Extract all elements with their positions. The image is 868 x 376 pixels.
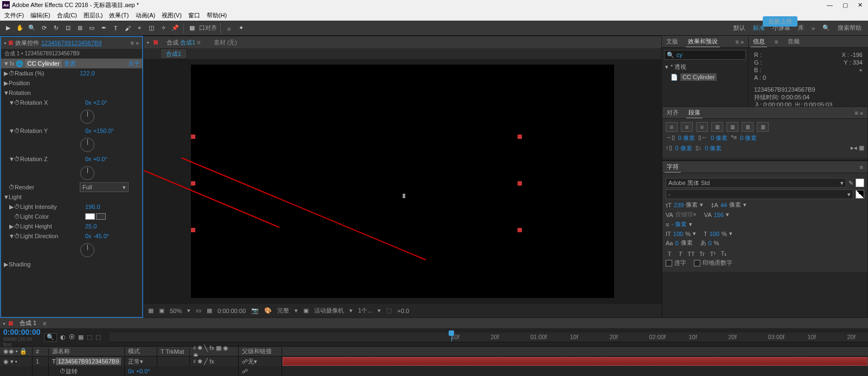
hscale-value[interactable]: 100 (710, 231, 719, 237)
search-help[interactable]: 搜索帮助 (838, 24, 861, 32)
orbit-tool-icon[interactable]: ⟳ (39, 23, 49, 33)
av-column-icons[interactable]: ◉◉ ▪ 🔒 (0, 348, 33, 355)
eraser-tool-icon[interactable]: ◫ (146, 23, 156, 33)
close-button[interactable]: ✕ (858, 2, 863, 9)
font-size-value[interactable]: 239 (674, 202, 684, 208)
timecode-display[interactable]: 0:00:00:00 (218, 308, 246, 314)
align-left-icon[interactable]: ≡ (666, 122, 678, 132)
preset-item[interactable]: CC Cylinder (680, 73, 717, 81)
twirl-icon[interactable]: ▶ (9, 223, 14, 230)
rotation-dial[interactable] (80, 166, 94, 180)
hindi-checkbox[interactable]: 印地语数字 (694, 259, 732, 267)
menu-layer[interactable]: 图层(L) (80, 11, 106, 20)
font-style-dropdown[interactable]: -▾ (666, 189, 853, 199)
rotz-value[interactable]: 0x +0.0° (85, 156, 107, 162)
paragraph-more-icon[interactable]: ▸◂ ▦ (851, 144, 864, 152)
hand-tool-icon[interactable]: ✋ (15, 23, 25, 33)
justify-all-icon[interactable]: ≣ (757, 122, 769, 132)
stopwatch-icon[interactable]: ⏱ (14, 233, 20, 239)
layer-track[interactable] (282, 356, 868, 366)
light-intensity-value[interactable]: 196.0 (85, 203, 100, 210)
menu-file[interactable]: 文件(F) (1, 11, 27, 20)
roty-value[interactable]: 0x +150.0° (85, 128, 114, 134)
workspace-library[interactable]: 库 (798, 24, 804, 32)
twirl-icon[interactable]: ▼ (3, 90, 9, 96)
indent-first-icon[interactable]: *≡ (731, 134, 737, 142)
align-center-icon[interactable]: ≡ (681, 122, 693, 132)
maximize-button[interactable]: ▢ (843, 2, 848, 9)
camera-dropdown[interactable]: 活动摄像机 (314, 307, 344, 315)
search-icon[interactable]: ⌕ (224, 23, 234, 33)
tab-audio[interactable]: 音频 (786, 36, 802, 47)
panel-menu-icon[interactable]: ≡ (43, 320, 46, 327)
rotation-dial[interactable] (80, 243, 94, 257)
color-swatch[interactable] (85, 213, 95, 220)
tracking-value[interactable]: 156 (714, 212, 724, 218)
light-direction-value[interactable]: 0x -45.0° (85, 233, 109, 239)
canvas[interactable]: 91a25318 (191, 65, 614, 298)
time-cursor[interactable] (451, 333, 452, 342)
eyedropper-icon[interactable]: ✎ (848, 180, 853, 187)
upload-button[interactable]: 后换上传 (763, 16, 797, 27)
stopwatch-icon[interactable]: ⏱ (14, 223, 20, 230)
shape-tool-icon[interactable]: ▭ (87, 23, 97, 33)
current-timecode[interactable]: 0:00:00:00 (3, 328, 41, 336)
font-family-dropdown[interactable]: Adobe 黑体 Std▾ (666, 178, 846, 188)
mask-toggle-icon[interactable]: ▦ (148, 307, 154, 314)
tab-character[interactable]: 字符 (665, 162, 681, 173)
panel-menu-icon[interactable]: ≡ (858, 163, 865, 171)
twirl-icon[interactable]: ▾ (665, 63, 668, 71)
twirl-icon[interactable]: ▼ (9, 128, 14, 134)
clone-tool-icon[interactable]: ⌖ (135, 23, 144, 33)
stopwatch-icon[interactable]: ⏱ (14, 203, 20, 210)
col-trkmat[interactable]: T TrkMat (157, 348, 190, 355)
tab-align[interactable]: 对齐 (665, 107, 681, 118)
menu-help[interactable]: 帮助(H) (203, 11, 230, 20)
space-before-icon[interactable]: ↑▯ (666, 144, 672, 152)
grid-toggle-icon[interactable]: ▣ (159, 307, 164, 314)
stopwatch-icon[interactable]: ⏱ (14, 156, 20, 162)
vscale-value[interactable]: 100 (673, 231, 683, 237)
about-link[interactable]: 关于 (128, 60, 140, 68)
rotation-dial[interactable] (80, 110, 94, 124)
exposure-value[interactable]: +0.0 (397, 308, 409, 314)
italic-button[interactable]: T (676, 251, 684, 257)
reset-link[interactable]: 重置 (64, 60, 76, 68)
preset-search-input[interactable] (676, 52, 751, 58)
channel-icon[interactable]: ▦ (207, 307, 212, 314)
shy-icon[interactable]: ◐ (60, 334, 66, 341)
menu-composition[interactable]: 合成(C) (54, 11, 80, 20)
panel-menu-icon[interactable]: ≡ » (130, 40, 139, 46)
zoom-tool-icon[interactable]: 🔍 (27, 23, 37, 33)
puppet-tool-icon[interactable]: 📌 (170, 23, 180, 33)
views-dropdown[interactable]: 1个... (358, 307, 372, 315)
tsume-value[interactable]: 0 (709, 240, 712, 246)
space-after-icon[interactable]: ▯↓ (695, 144, 702, 152)
menu-animation[interactable]: 动画(A) (132, 11, 159, 20)
menu-effect[interactable]: 效果(T) (106, 11, 132, 20)
workspace-more-icon[interactable]: » (812, 25, 815, 31)
stroke-swatch[interactable] (856, 190, 864, 199)
stopwatch-icon[interactable]: ⏱ (14, 99, 20, 106)
menu-edit[interactable]: 编辑(E) (27, 11, 54, 20)
baseline-value[interactable]: 0 (675, 240, 678, 246)
stopwatch-icon[interactable]: ⏱ (14, 128, 20, 134)
3d-icon[interactable]: ⬚ (87, 334, 92, 341)
comp-tab-label[interactable]: 合成 合成1 ≡ (162, 37, 205, 48)
allcaps-button[interactable]: TT (687, 251, 695, 257)
menu-view[interactable]: 视图(V) (158, 11, 185, 20)
radius-value[interactable]: 122.0 (80, 70, 95, 77)
twirl-icon[interactable]: ▶ (3, 261, 9, 268)
workspace-default[interactable]: 默认 (733, 24, 745, 32)
bold-button[interactable]: T (666, 251, 673, 257)
preset-search[interactable]: 🔍 ✕ (664, 50, 746, 60)
rotate-tool-icon[interactable]: ↻ (51, 23, 61, 33)
justify-last-left-icon[interactable]: ≣ (711, 122, 723, 132)
col-parent[interactable]: 父级和链接 (239, 347, 282, 355)
justify-last-right-icon[interactable]: ≣ (742, 122, 754, 132)
twirl-icon[interactable]: ▼ (9, 233, 14, 239)
selection-tool-icon[interactable]: ▶ (3, 23, 13, 33)
smallcaps-button[interactable]: Tr (698, 251, 706, 257)
snapshot-icon[interactable]: 📷 (251, 307, 259, 314)
menu-window[interactable]: 窗口 (185, 11, 203, 20)
